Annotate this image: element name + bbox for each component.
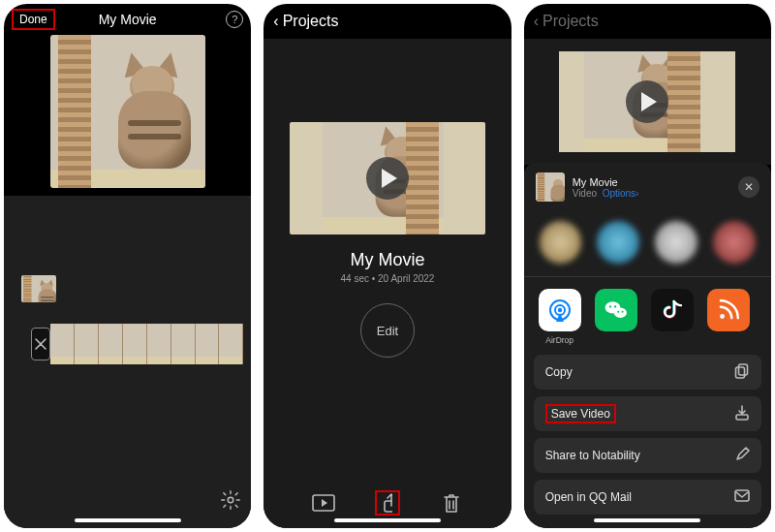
svg-rect-14 <box>735 367 744 378</box>
project-meta: 44 sec • 20 April 2022 <box>341 273 435 284</box>
action-save-video[interactable]: Save Video <box>534 396 761 431</box>
project-title: My Movie <box>99 12 157 27</box>
home-indicator[interactable] <box>75 518 181 522</box>
svg-point-5 <box>557 308 561 312</box>
mail-icon <box>734 489 750 506</box>
timeline-strip[interactable] <box>31 324 243 364</box>
video-preview <box>4 35 251 196</box>
chevron-left-icon: ‹ <box>273 13 278 30</box>
wechat-icon <box>595 289 637 331</box>
editor-topbar: Done My Movie ? <box>4 4 251 35</box>
project-video-dim <box>524 39 771 165</box>
play-icon <box>626 80 668 123</box>
share-apps-row: AirDrop <box>524 285 771 355</box>
copy-icon <box>734 363 750 382</box>
timeline-area <box>4 196 251 528</box>
share-header: My Movie Video Options› ✕ <box>524 163 771 211</box>
svg-point-11 <box>621 311 623 313</box>
app-airdrop[interactable]: AirDrop <box>538 289 582 345</box>
app-label: AirDrop <box>545 335 574 345</box>
action-copy[interactable]: Copy <box>534 355 761 390</box>
svg-point-0 <box>229 497 234 503</box>
action-share-notability[interactable]: Share to Notability <box>534 438 761 473</box>
back-nav-dim: ‹ Projects <box>524 4 771 39</box>
home-indicator[interactable] <box>334 518 441 522</box>
svg-rect-15 <box>736 415 748 420</box>
back-label: Projects <box>283 13 339 30</box>
tiktok-icon <box>651 289 694 331</box>
project-body: My Movie 44 sec • 20 April 2022 Edit <box>264 39 511 528</box>
back-nav[interactable]: ‹ Projects <box>264 4 511 39</box>
share-subtitle[interactable]: Video Options› <box>573 188 639 199</box>
back-label: Projects <box>542 13 599 30</box>
home-indicator[interactable] <box>594 518 700 522</box>
share-thumbnail <box>536 172 565 202</box>
airdrop-people-row[interactable] <box>524 211 771 272</box>
action-label: Share to Notability <box>545 449 640 462</box>
done-button[interactable]: Done <box>12 9 55 30</box>
transition-handle[interactable] <box>31 328 50 360</box>
svg-point-7 <box>613 307 626 318</box>
close-icon[interactable]: ✕ <box>738 176 760 198</box>
share-actions: Copy Save Video Share to Notability Open… <box>524 355 771 515</box>
project-detail-screen: ‹ Projects My Movie 44 sec • 20 April 20… <box>264 4 511 528</box>
help-icon[interactable]: ? <box>226 11 243 28</box>
share-icon[interactable] <box>375 490 400 516</box>
svg-point-10 <box>617 311 619 313</box>
app-wechat[interactable] <box>594 289 638 345</box>
contact-avatar[interactable] <box>713 221 756 264</box>
settings-icon[interactable] <box>220 489 241 511</box>
divider <box>524 276 771 277</box>
download-icon <box>734 405 750 423</box>
chevron-left-icon: ‹ <box>534 13 539 30</box>
svg-point-9 <box>614 305 616 307</box>
svg-rect-13 <box>738 364 747 375</box>
svg-point-8 <box>608 305 610 307</box>
contact-avatar[interactable] <box>655 221 698 264</box>
share-sheet-screen: ‹ Projects My Movie Video Options› ✕ <box>524 4 771 528</box>
play-icon[interactable] <box>366 157 409 200</box>
app-rss[interactable] <box>706 289 751 345</box>
share-title: My Movie <box>573 176 639 188</box>
app-tiktok[interactable] <box>650 289 695 345</box>
preview-thumbnail <box>50 35 205 188</box>
rss-icon <box>707 289 750 331</box>
pencil-icon <box>734 447 750 465</box>
project-title: My Movie <box>350 250 424 270</box>
clip-thumbnail[interactable] <box>21 275 56 302</box>
airdrop-icon <box>539 289 581 331</box>
action-label: Copy <box>545 365 573 379</box>
action-label: Open in QQ Mail <box>545 490 632 504</box>
contact-avatar[interactable] <box>540 221 582 264</box>
contact-avatar[interactable] <box>597 221 639 264</box>
project-video[interactable] <box>290 122 485 235</box>
svg-point-12 <box>720 314 725 319</box>
editor-screen: Done My Movie ? <box>4 4 251 528</box>
action-label: Save Video <box>545 404 616 423</box>
action-open-qqmail[interactable]: Open in QQ Mail <box>534 480 761 515</box>
share-sheet: My Movie Video Options› ✕ <box>524 163 771 528</box>
play-fullscreen-icon[interactable] <box>311 490 336 516</box>
edit-button[interactable]: Edit <box>360 303 415 358</box>
trash-icon[interactable] <box>439 490 464 516</box>
timeline-frames[interactable] <box>50 324 243 364</box>
svg-rect-16 <box>735 490 749 501</box>
